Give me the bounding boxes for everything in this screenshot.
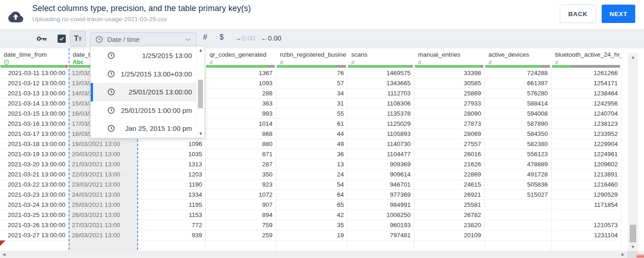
column-type-dropdown[interactable]: Date / time	[90, 32, 197, 47]
cell[interactable]: 64	[276, 190, 348, 200]
cell[interactable]: 259	[206, 230, 276, 240]
cell[interactable]: 13	[276, 159, 348, 170]
cell[interactable]: 582380	[485, 139, 551, 149]
cell[interactable]: 24/03/2021 13:00	[69, 190, 138, 200]
scroll-up-icon[interactable]: ▲	[628, 55, 638, 59]
cell[interactable]: 25/03/2021 13:00	[69, 200, 138, 210]
cell[interactable]: 20109	[414, 230, 485, 240]
cell[interactable]: 23820	[414, 220, 485, 230]
cell[interactable]: 2021-03-25 13:00:00	[0, 210, 69, 220]
vertical-scrollbar[interactable]: ▲ ▼	[628, 53, 638, 251]
cell[interactable]: 909369	[348, 159, 414, 170]
cell[interactable]	[485, 210, 551, 220]
cell[interactable]: 1105893	[348, 129, 414, 139]
cell[interactable]: 797481	[348, 230, 414, 240]
next-button[interactable]: NEXT	[602, 5, 635, 23]
cell[interactable]: 505836	[485, 180, 551, 190]
primary-key-icon[interactable]	[36, 35, 47, 43]
cell[interactable]: 2021-03-11 13:00:00	[0, 68, 69, 78]
cell[interactable]	[485, 200, 551, 210]
cell[interactable]: 1216460	[551, 180, 621, 190]
scroll-down-icon[interactable]: ▼	[197, 131, 204, 136]
cell[interactable]: 977369	[348, 190, 414, 200]
cell[interactable]	[551, 210, 621, 220]
cell[interactable]	[485, 220, 551, 230]
cell[interactable]: 1190	[138, 180, 206, 190]
cell[interactable]: 2021-03-16 13:00:00	[0, 119, 69, 129]
date-format-option[interactable]: 25/01/2015 1:00:00 pm	[91, 101, 197, 120]
cell[interactable]: 2021-03-18 13:00:00	[0, 139, 69, 149]
cell[interactable]: 1261266	[551, 68, 621, 78]
column-header-scans[interactable]: scans#	[348, 48, 414, 68]
cell[interactable]: 1240704	[551, 109, 621, 119]
remove-decimal-button[interactable]: ←0.00	[261, 34, 281, 42]
column-header-date_time_from[interactable]: date_time_from	[0, 48, 69, 68]
cell[interactable]: 26/03/2021 13:00	[69, 210, 138, 220]
horizontal-scrollbar[interactable]: ◀ ▶	[0, 251, 644, 258]
cell[interactable]: 31	[276, 99, 348, 109]
cell[interactable]: 27933	[414, 99, 485, 109]
cell[interactable]: 491728	[485, 170, 551, 180]
column-header-manual_entries[interactable]: manual_entries#	[414, 48, 485, 68]
cell[interactable]: 363	[206, 99, 276, 109]
cell[interactable]: 24615	[414, 180, 485, 190]
cell[interactable]	[348, 240, 414, 251]
cell[interactable]: 1367	[206, 68, 276, 78]
cell[interactable]: 1210573	[551, 220, 621, 230]
cell[interactable]: 57	[276, 78, 348, 88]
cell[interactable]: 1108306	[348, 99, 414, 109]
cell[interactable]	[138, 240, 206, 251]
cell[interactable]: 576280	[485, 88, 551, 99]
cell[interactable]: 515027	[485, 190, 551, 200]
cell[interactable]: 946701	[348, 180, 414, 190]
cell[interactable]: 2021-03-12 13:00:00	[0, 78, 69, 88]
cell[interactable]: 1093	[206, 78, 276, 88]
cell[interactable]: 350	[206, 170, 276, 180]
cell[interactable]: 909614	[348, 170, 414, 180]
cell[interactable]: 1112703	[348, 88, 414, 99]
date-format-option[interactable]: 25/01/2015 13:00:00	[91, 83, 197, 101]
text-type-button[interactable]: Tt	[70, 31, 86, 47]
cell[interactable]: 984991	[348, 200, 414, 210]
cell[interactable]: 36	[276, 149, 348, 159]
cell[interactable]: 25581	[414, 200, 485, 210]
date-format-option[interactable]: Jan 25, 2015 1:00 pm	[91, 119, 197, 138]
cell[interactable]: 1238464	[551, 88, 621, 99]
cell[interactable]: 28069	[414, 129, 485, 139]
cell[interactable]: 2021-03-22 13:00:00	[0, 180, 69, 190]
vertical-scrollbar-thumb[interactable]	[630, 225, 636, 242]
cell[interactable]: 1233952	[551, 129, 621, 139]
cell[interactable]: 287	[206, 159, 276, 170]
cell[interactable]: 54	[276, 180, 348, 190]
cell[interactable]: 1195	[138, 200, 206, 210]
cell[interactable]: 661397	[485, 78, 551, 88]
cell[interactable]: 1140730	[348, 139, 414, 149]
cell[interactable]	[206, 240, 276, 251]
cell[interactable]: 2021-03-26 13:00:00	[0, 220, 69, 230]
cell[interactable]: 1469575	[348, 68, 414, 78]
cell[interactable]: 22/03/2021 13:00	[69, 170, 138, 180]
cell[interactable]: 2021-03-21 13:00:00	[0, 170, 69, 180]
cell[interactable]: 1104477	[348, 149, 414, 159]
cell[interactable]: 2021-03-13 13:00:00	[0, 88, 69, 99]
cell[interactable]: 28/03/2021 13:00	[69, 230, 138, 240]
cell[interactable]: 76	[276, 68, 348, 78]
cell[interactable]: 288	[206, 88, 276, 99]
date-format-option[interactable]: 1/25/2015 13:00	[91, 47, 197, 65]
cell[interactable]: 1231104	[551, 230, 621, 240]
cell[interactable]: 24	[276, 170, 348, 180]
cell[interactable]: 35	[276, 220, 348, 230]
cell[interactable]: 868	[206, 129, 276, 139]
cell[interactable]: 2021-03-23 13:00:00	[0, 190, 69, 200]
cell[interactable]: 1153	[138, 210, 206, 220]
cell[interactable]: 2021-03-27 13:00:00	[0, 230, 69, 240]
cell[interactable]: 49	[276, 139, 348, 149]
dropdown-scrollbar[interactable]: ▲ ▼	[197, 47, 204, 138]
cell[interactable]: 30585	[414, 78, 485, 88]
cell[interactable]: 1224961	[551, 149, 621, 159]
number-type-button[interactable]: #	[203, 33, 207, 41]
back-button[interactable]: BACK	[560, 5, 596, 23]
scroll-down-icon[interactable]: ▼	[628, 245, 638, 249]
cell[interactable]: 880	[206, 139, 276, 149]
cell[interactable]	[485, 230, 551, 240]
